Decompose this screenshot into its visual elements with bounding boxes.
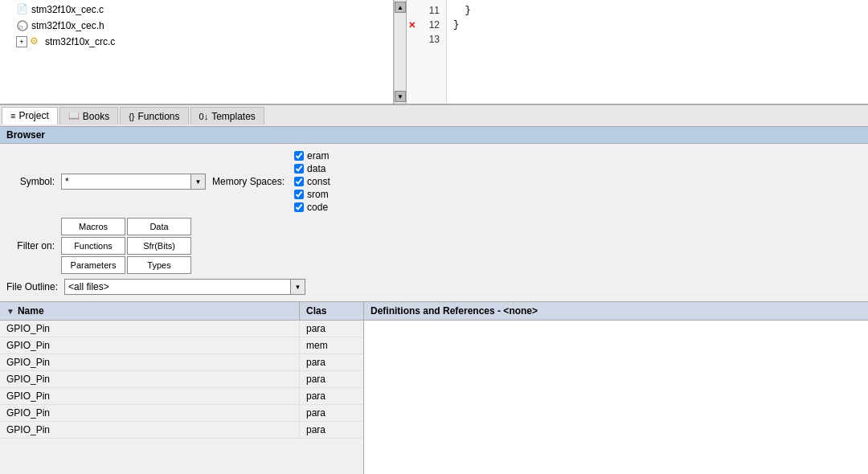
td-class-3: para bbox=[299, 371, 363, 387]
checkbox-srom-label: srom bbox=[307, 189, 329, 200]
checkbox-eram-label: eram bbox=[307, 150, 329, 161]
code-line-11: } bbox=[453, 3, 862, 18]
code-area: 11 ✕ 12 13 } } bbox=[407, 0, 868, 104]
browser-title: Browser bbox=[6, 129, 45, 141]
file-tree: 📄 stm32f10x_cec.c h stm32f10x_cec.h + ⚙ bbox=[0, 0, 393, 104]
td-name-2: GPIO_Pin bbox=[0, 354, 299, 370]
table-section: ▼ Name Clas GPIO_Pin para GPIO_Pin mem G… bbox=[0, 301, 868, 474]
tab-project-label: Project bbox=[18, 110, 48, 121]
browser-header: Browser bbox=[0, 127, 868, 144]
browser-body: Symbol: * ▼ Memory Spaces: eram data con… bbox=[0, 144, 868, 301]
tab-templates-label: Templates bbox=[211, 111, 256, 122]
symbol-row: Symbol: * ▼ Memory Spaces: eram data con… bbox=[6, 150, 862, 213]
checkbox-code-label: code bbox=[307, 202, 328, 213]
checkbox-const: const bbox=[294, 176, 330, 187]
def-header: Definitions and References - <none> bbox=[364, 302, 868, 321]
code-line-13 bbox=[453, 32, 862, 47]
file-outline-dropdown[interactable]: <all files> ▼ bbox=[64, 279, 305, 295]
svg-text:h: h bbox=[19, 23, 23, 31]
table-row[interactable]: GPIO_Pin para bbox=[0, 354, 363, 371]
file-outline-label: File Outline: bbox=[6, 281, 58, 292]
checkbox-data: data bbox=[294, 163, 330, 174]
table-row[interactable]: GPIO_Pin mem bbox=[0, 337, 363, 354]
left-panel: 📄 stm32f10x_cec.c h stm32f10x_cec.h + ⚙ bbox=[0, 0, 394, 104]
filter-buttons: Macros Data Functions Sfr(Bits) Paramete… bbox=[61, 218, 191, 274]
filter-parameters[interactable]: Parameters bbox=[61, 256, 125, 274]
tab-project[interactable]: ≡ Project bbox=[2, 107, 58, 125]
h-file-icon: h bbox=[16, 19, 29, 32]
td-name-4: GPIO_Pin bbox=[0, 388, 299, 404]
td-name-1: GPIO_Pin bbox=[0, 337, 299, 353]
symbol-dropdown-arrow[interactable]: ▼ bbox=[190, 174, 205, 189]
th-class-label: Clas bbox=[306, 305, 326, 317]
checkbox-const-input[interactable] bbox=[294, 177, 304, 186]
code-content: } } bbox=[447, 0, 868, 104]
functions-tab-icon: {} bbox=[129, 112, 134, 121]
tree-item-label: stm32f10x_cec.c bbox=[31, 4, 104, 15]
td-name-5: GPIO_Pin bbox=[0, 405, 299, 421]
td-class-5: para bbox=[299, 405, 363, 421]
table-header: ▼ Name Clas bbox=[0, 302, 363, 321]
def-content bbox=[364, 321, 868, 474]
symbol-input-text: * bbox=[62, 176, 190, 187]
filter-label: Filter on: bbox=[6, 240, 55, 251]
checkbox-data-input[interactable] bbox=[294, 164, 304, 174]
code-line-12: } bbox=[453, 18, 862, 32]
checkbox-code-input[interactable] bbox=[294, 202, 304, 212]
td-name-6: GPIO_Pin bbox=[0, 422, 299, 438]
line-13: 13 bbox=[407, 32, 446, 47]
file-outline-row: File Outline: <all files> ▼ bbox=[6, 279, 862, 295]
scroll-up[interactable]: ▲ bbox=[395, 2, 406, 13]
tree-item-cec-h[interactable]: h stm32f10x_cec.h bbox=[0, 18, 393, 34]
tab-functions[interactable]: {} Functions bbox=[120, 107, 188, 125]
symbol-label: Symbol: bbox=[6, 176, 55, 187]
td-class-6: para bbox=[299, 422, 363, 438]
gear-file-icon: ⚙ bbox=[30, 35, 43, 48]
tab-functions-label: Functions bbox=[138, 111, 180, 122]
def-header-label: Definitions and References - <none> bbox=[371, 305, 538, 317]
checkbox-srom-input[interactable] bbox=[294, 190, 304, 199]
table-rows: GPIO_Pin para GPIO_Pin mem GPIO_Pin para… bbox=[0, 321, 363, 474]
checkbox-eram-input[interactable] bbox=[294, 151, 304, 161]
line-num-label: 13 bbox=[429, 34, 440, 45]
filter-types[interactable]: Types bbox=[127, 256, 191, 274]
main-container: 📄 stm32f10x_cec.c h stm32f10x_cec.h + ⚙ bbox=[0, 0, 868, 474]
left-table: ▼ Name Clas GPIO_Pin para GPIO_Pin mem G… bbox=[0, 302, 364, 474]
th-name-label: Name bbox=[18, 305, 44, 317]
table-row[interactable]: GPIO_Pin para bbox=[0, 371, 363, 388]
th-name[interactable]: ▼ Name bbox=[0, 302, 299, 320]
tree-item-label-2: stm32f10x_cec.h bbox=[31, 20, 104, 31]
top-area: 📄 stm32f10x_cec.c h stm32f10x_cec.h + ⚙ bbox=[0, 0, 868, 104]
tree-item-cec-c[interactable]: 📄 stm32f10x_cec.c bbox=[0, 2, 393, 18]
filter-data[interactable]: Data bbox=[127, 218, 191, 235]
table-row[interactable]: GPIO_Pin para bbox=[0, 422, 363, 439]
filter-sfr[interactable]: Sfr(Bits) bbox=[127, 237, 191, 255]
books-tab-icon: 📖 bbox=[68, 111, 80, 121]
tab-books-label: Books bbox=[83, 111, 109, 122]
file-outline-arrow[interactable]: ▼ bbox=[290, 280, 305, 294]
line-num-label: 12 bbox=[429, 19, 440, 31]
left-scrollbar[interactable]: ▲ ▼ bbox=[394, 0, 407, 104]
td-class-1: mem bbox=[299, 337, 363, 353]
tree-item-crc-c[interactable]: + ⚙ stm32f10x_crc.c bbox=[0, 34, 393, 50]
filter-functions[interactable]: Functions bbox=[61, 237, 125, 255]
error-icon: ✕ bbox=[408, 20, 416, 31]
right-panel: 11 ✕ 12 13 } } bbox=[407, 0, 868, 104]
file-outline-text: <all files> bbox=[65, 281, 290, 292]
filter-macros[interactable]: Macros bbox=[61, 218, 125, 235]
symbol-input-wrapper[interactable]: * ▼ bbox=[61, 174, 206, 190]
expand-icon[interactable]: + bbox=[16, 36, 27, 47]
tab-books[interactable]: 📖 Books bbox=[59, 107, 118, 125]
c-file-icon: 📄 bbox=[16, 3, 29, 16]
table-row[interactable]: GPIO_Pin para bbox=[0, 321, 363, 337]
scroll-down[interactable]: ▼ bbox=[395, 91, 406, 102]
filter-row: Filter on: Macros Data Functions Sfr(Bit… bbox=[6, 218, 862, 274]
tab-templates[interactable]: 0↓ Templates bbox=[190, 107, 264, 125]
table-row[interactable]: GPIO_Pin para bbox=[0, 405, 363, 422]
right-definitions: Definitions and References - <none> bbox=[364, 302, 868, 474]
td-class-2: para bbox=[299, 354, 363, 370]
project-tab-icon: ≡ bbox=[10, 111, 15, 121]
checkbox-code: code bbox=[294, 202, 330, 213]
table-row[interactable]: GPIO_Pin para bbox=[0, 388, 363, 405]
line-12: ✕ 12 bbox=[407, 18, 446, 32]
